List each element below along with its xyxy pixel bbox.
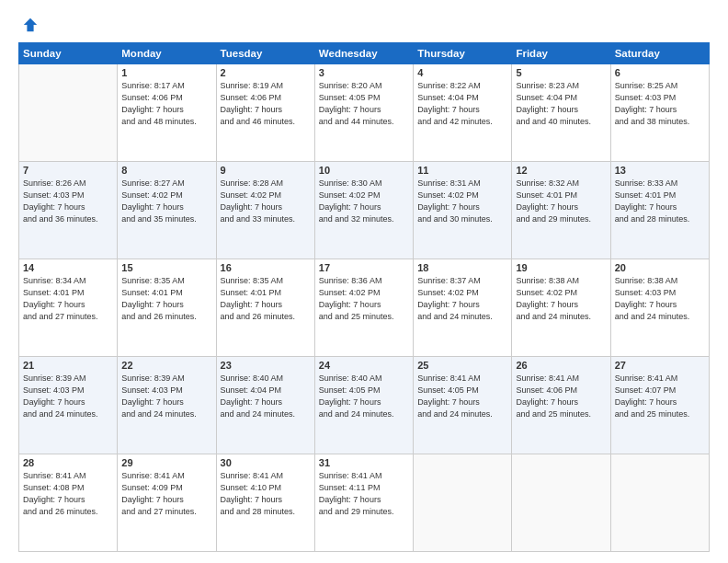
daylight-minutes-text: and and 24 minutes. [121, 408, 211, 420]
daylight-minutes-text: and and 29 minutes. [319, 506, 409, 518]
day-number: 30 [221, 457, 311, 468]
sunset-text: Sunset: 4:02 PM [319, 190, 409, 201]
day-number: 21 [23, 360, 113, 371]
day-number: 25 [417, 360, 507, 371]
day-number: 9 [221, 165, 311, 176]
sunrise-text: Sunrise: 8:41 AM [23, 470, 113, 482]
daylight-text: Daylight: 7 hours [516, 396, 606, 408]
daylight-text: Daylight: 7 hours [615, 104, 705, 116]
sunset-text: Sunset: 4:02 PM [221, 190, 311, 201]
calendar-table: SundayMondayTuesdayWednesdayThursdayFrid… [18, 42, 710, 552]
svg-marker-0 [24, 18, 37, 31]
day-number: 3 [319, 67, 409, 78]
daylight-minutes-text: and and 36 minutes. [23, 213, 113, 225]
sunset-text: Sunset: 4:01 PM [121, 287, 211, 299]
sunset-text: Sunset: 4:01 PM [23, 287, 113, 299]
daylight-minutes-text: and and 29 minutes. [516, 213, 606, 225]
sunrise-text: Sunrise: 8:40 AM [221, 373, 311, 385]
calendar-cell: 15Sunrise: 8:35 AMSunset: 4:01 PMDayligh… [118, 259, 216, 357]
sunset-text: Sunset: 4:08 PM [23, 482, 113, 494]
calendar-cell [610, 454, 709, 552]
day-number: 12 [516, 165, 606, 176]
calendar-cell: 19Sunrise: 8:38 AMSunset: 4:02 PMDayligh… [512, 259, 610, 357]
daylight-text: Daylight: 7 hours [417, 396, 507, 408]
sunrise-text: Sunrise: 8:33 AM [615, 178, 705, 190]
calendar-week-row: 28Sunrise: 8:41 AMSunset: 4:08 PMDayligh… [19, 454, 710, 552]
day-number: 28 [23, 457, 113, 468]
day-number: 6 [615, 67, 705, 78]
sunset-text: Sunset: 4:01 PM [615, 190, 705, 201]
sunset-text: Sunset: 4:03 PM [615, 92, 705, 104]
daylight-minutes-text: and and 26 minutes. [121, 311, 211, 323]
calendar-cell: 25Sunrise: 8:41 AMSunset: 4:05 PMDayligh… [414, 357, 512, 454]
sunrise-text: Sunrise: 8:25 AM [615, 80, 705, 92]
sunrise-text: Sunrise: 8:28 AM [221, 178, 311, 190]
sunrise-text: Sunrise: 8:27 AM [121, 178, 211, 190]
daylight-text: Daylight: 7 hours [615, 201, 705, 213]
daylight-minutes-text: and and 27 minutes. [121, 506, 211, 518]
daylight-text: Daylight: 7 hours [319, 299, 409, 311]
calendar-week-row: 1Sunrise: 8:17 AMSunset: 4:06 PMDaylight… [19, 64, 710, 162]
weekday-header-monday: Monday [118, 43, 216, 64]
daylight-minutes-text: and and 24 minutes. [417, 408, 507, 420]
sunrise-text: Sunrise: 8:36 AM [319, 275, 409, 287]
weekday-header-thursday: Thursday [414, 43, 512, 64]
day-number: 24 [319, 360, 409, 371]
sunrise-text: Sunrise: 8:34 AM [23, 275, 113, 287]
daylight-minutes-text: and and 28 minutes. [221, 506, 311, 518]
daylight-minutes-text: and and 44 minutes. [319, 116, 409, 128]
day-number: 15 [121, 262, 211, 273]
day-number: 20 [615, 262, 705, 273]
calendar-cell [19, 64, 118, 162]
calendar-cell: 8Sunrise: 8:27 AMSunset: 4:02 PMDaylight… [118, 162, 216, 259]
calendar-cell: 17Sunrise: 8:36 AMSunset: 4:02 PMDayligh… [314, 259, 413, 357]
weekday-header-saturday: Saturday [610, 43, 709, 64]
sunrise-text: Sunrise: 8:17 AM [121, 80, 211, 92]
calendar-cell: 27Sunrise: 8:41 AMSunset: 4:07 PMDayligh… [610, 357, 709, 454]
daylight-text: Daylight: 7 hours [221, 396, 311, 408]
sunrise-text: Sunrise: 8:26 AM [23, 178, 113, 190]
calendar-cell: 6Sunrise: 8:25 AMSunset: 4:03 PMDaylight… [610, 64, 709, 162]
daylight-text: Daylight: 7 hours [121, 396, 211, 408]
calendar-cell: 28Sunrise: 8:41 AMSunset: 4:08 PMDayligh… [19, 454, 118, 552]
sunrise-text: Sunrise: 8:40 AM [319, 373, 409, 385]
sunrise-text: Sunrise: 8:20 AM [319, 80, 409, 92]
calendar-cell: 29Sunrise: 8:41 AMSunset: 4:09 PMDayligh… [118, 454, 216, 552]
calendar-cell: 18Sunrise: 8:37 AMSunset: 4:02 PMDayligh… [414, 259, 512, 357]
sunrise-text: Sunrise: 8:41 AM [121, 470, 211, 482]
sunset-text: Sunset: 4:04 PM [516, 92, 606, 104]
sunset-text: Sunset: 4:07 PM [615, 385, 705, 396]
calendar-cell [512, 454, 610, 552]
day-number: 17 [319, 262, 409, 273]
sunrise-text: Sunrise: 8:39 AM [23, 373, 113, 385]
sunrise-text: Sunrise: 8:41 AM [221, 470, 311, 482]
daylight-minutes-text: and and 24 minutes. [615, 311, 705, 323]
sunset-text: Sunset: 4:02 PM [417, 190, 507, 201]
weekday-header-sunday: Sunday [19, 43, 118, 64]
daylight-text: Daylight: 7 hours [516, 201, 606, 213]
day-number: 14 [23, 262, 113, 273]
sunset-text: Sunset: 4:05 PM [417, 385, 507, 396]
sunset-text: Sunset: 4:03 PM [23, 385, 113, 396]
sunset-text: Sunset: 4:03 PM [23, 190, 113, 201]
day-number: 23 [221, 360, 311, 371]
sunset-text: Sunset: 4:02 PM [417, 287, 507, 299]
sunrise-text: Sunrise: 8:41 AM [516, 373, 606, 385]
sunrise-text: Sunrise: 8:41 AM [319, 470, 409, 482]
sunset-text: Sunset: 4:11 PM [319, 482, 409, 494]
weekday-header-tuesday: Tuesday [216, 43, 314, 64]
calendar-cell: 23Sunrise: 8:40 AMSunset: 4:04 PMDayligh… [216, 357, 314, 454]
calendar-cell: 7Sunrise: 8:26 AMSunset: 4:03 PMDaylight… [19, 162, 118, 259]
sunrise-text: Sunrise: 8:19 AM [221, 80, 311, 92]
sunset-text: Sunset: 4:03 PM [121, 385, 211, 396]
header [18, 17, 710, 33]
sunrise-text: Sunrise: 8:41 AM [417, 373, 507, 385]
daylight-text: Daylight: 7 hours [221, 494, 311, 506]
daylight-minutes-text: and and 35 minutes. [121, 213, 211, 225]
sunset-text: Sunset: 4:03 PM [615, 287, 705, 299]
daylight-minutes-text: and and 24 minutes. [221, 408, 311, 420]
logo [18, 17, 39, 33]
daylight-text: Daylight: 7 hours [417, 104, 507, 116]
sunset-text: Sunset: 4:05 PM [319, 385, 409, 396]
sunset-text: Sunset: 4:06 PM [516, 385, 606, 396]
